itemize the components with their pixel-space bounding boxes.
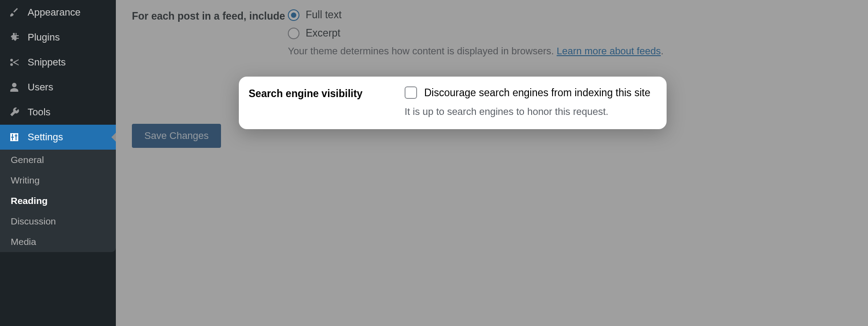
radio-label: Excerpt [306,27,340,39]
sidebar-item-label: Users [28,82,53,93]
radio-icon [288,9,299,21]
sidebar-item-users[interactable]: Users [0,75,116,100]
submenu-item-writing[interactable]: Writing [0,170,116,191]
sidebar-item-label: Settings [28,131,63,143]
scissors-icon [8,56,20,69]
feed-include-label: For each post in a feed, include [132,9,288,23]
radio-excerpt-row[interactable]: Excerpt [288,27,852,39]
wrench-icon [8,106,20,118]
submenu-item-media[interactable]: Media [0,232,116,252]
sidebar-item-snippets[interactable]: Snippets [0,50,116,75]
radio-label: Full text [306,9,342,21]
sidebar-item-settings[interactable]: Settings [0,125,116,150]
sidebar-item-label: Appearance [28,7,81,18]
radio-fulltext-row[interactable]: Full text [288,9,852,21]
sev-label: Search engine visibility [249,86,405,101]
checkbox-icon [405,86,417,99]
admin-sidebar: Appearance Plugins Snippets Users Tools … [0,0,116,326]
plug-icon [8,31,20,44]
submenu-item-reading[interactable]: Reading [0,191,116,211]
sidebar-item-label: Snippets [28,57,66,68]
feed-description: Your theme determines how content is dis… [288,45,852,57]
sev-description: It is up to search engines to honor this… [405,106,657,118]
sidebar-item-appearance[interactable]: Appearance [0,0,116,25]
submenu-item-general[interactable]: General [0,150,116,170]
sidebar-item-label: Plugins [28,32,60,43]
desc-text: Your theme determines how content is dis… [288,45,557,57]
sev-checkbox-label: Discourage search engines from indexing … [424,87,651,99]
search-engine-visibility-highlight: Search engine visibility Discourage sear… [239,77,667,129]
submenu-item-discussion[interactable]: Discussion [0,211,116,232]
sliders-icon [8,131,20,143]
sidebar-item-label: Tools [28,106,50,118]
desc-suffix: . [661,45,663,57]
sidebar-item-tools[interactable]: Tools [0,100,116,125]
settings-submenu: General Writing Reading Discussion Media [0,150,116,252]
paintbrush-icon [8,6,20,19]
user-icon [8,81,20,94]
feed-include-field: Full text Excerpt Your theme determines … [288,9,852,57]
sidebar-item-plugins[interactable]: Plugins [0,25,116,50]
learn-more-feeds-link[interactable]: Learn more about feeds [557,45,661,57]
feed-include-row: For each post in a feed, include Full te… [132,0,852,70]
main-content-area: For each post in a feed, include Full te… [116,0,868,326]
save-changes-button[interactable]: Save Changes [132,124,221,148]
radio-icon [288,28,299,39]
sev-checkbox-row[interactable]: Discourage search engines from indexing … [405,86,657,99]
